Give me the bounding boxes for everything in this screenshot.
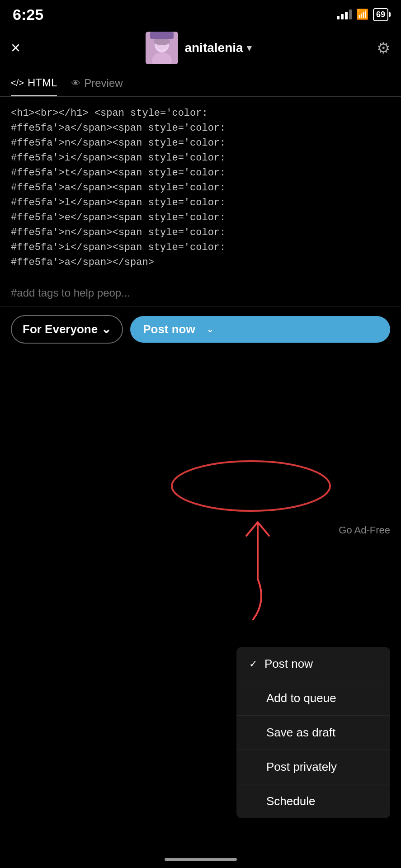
battery-icon: 69 [373, 8, 388, 21]
dropdown-item-schedule[interactable]: Schedule [236, 784, 390, 818]
tags-input[interactable] [11, 287, 390, 299]
svg-point-6 [172, 461, 330, 511]
html-tab-icon: </> [11, 78, 24, 88]
avatar [146, 32, 178, 64]
signal-icon [337, 9, 352, 19]
tags-input-row [0, 287, 401, 307]
battery-level: 69 [376, 10, 385, 19]
post-now-label: Post now [143, 322, 195, 336]
arrow-annotation [246, 522, 269, 619]
close-button[interactable]: × [11, 40, 20, 56]
dropdown-label-add-to-queue: Add to queue [266, 691, 336, 705]
wifi-icon: 📶 [356, 9, 368, 20]
audience-button[interactable]: For Everyone ⌄ [11, 315, 123, 344]
dropdown-menu: ✓ Post now Add to queue Save as draft Po… [236, 647, 390, 818]
username-row[interactable]: anitalenia ▾ [184, 41, 251, 55]
dropdown-label-post-now: Post now [264, 657, 313, 671]
audience-chevron-icon: ⌄ [101, 322, 111, 336]
home-indicator [165, 858, 237, 861]
tab-preview[interactable]: 👁 Preview [71, 76, 123, 96]
tab-preview-label: Preview [84, 77, 123, 90]
header: × anitalenia ▾ ⚙ [0, 27, 401, 69]
gear-icon[interactable]: ⚙ [377, 39, 390, 57]
status-bar: 6:25 📶 69 [0, 0, 401, 27]
post-now-button[interactable]: Post now ⌄ [130, 316, 390, 343]
go-ad-free[interactable]: Go Ad-Free [339, 524, 390, 536]
tab-html-label: HTML [28, 76, 57, 89]
svg-rect-5 [150, 32, 174, 39]
post-btn-divider [201, 323, 201, 336]
go-ad-free-label: Go Ad-Free [339, 524, 390, 536]
preview-tab-icon: 👁 [71, 78, 80, 89]
dropdown-item-post-privately[interactable]: Post privately [236, 750, 390, 784]
dropdown-item-add-to-queue[interactable]: Add to queue [236, 681, 390, 716]
dropdown-item-post-now[interactable]: ✓ Post now [236, 647, 390, 681]
chevron-down-icon: ▾ [247, 42, 251, 53]
editor-area[interactable]: <h1><br></h1> <span style='color: #ffe5f… [0, 97, 401, 287]
tabs-bar: </> HTML 👁 Preview [0, 69, 401, 97]
dropdown-item-save-as-draft[interactable]: Save as draft [236, 716, 390, 750]
status-time: 6:25 [13, 6, 43, 24]
post-chevron-icon: ⌄ [207, 325, 213, 335]
dropdown-label-post-privately: Post privately [266, 760, 337, 774]
tab-html[interactable]: </> HTML [11, 76, 57, 96]
status-icons: 📶 69 [337, 8, 388, 21]
user-info: anitalenia ▾ [146, 32, 251, 64]
svg-point-4 [154, 38, 170, 45]
check-icon: ✓ [249, 658, 257, 670]
username: anitalenia [184, 41, 243, 55]
bottom-bar: For Everyone ⌄ Post now ⌄ [0, 307, 401, 352]
audience-label: For Everyone [23, 322, 98, 336]
dropdown-label-schedule: Schedule [266, 794, 315, 808]
dropdown-label-save-as-draft: Save as draft [266, 726, 335, 740]
